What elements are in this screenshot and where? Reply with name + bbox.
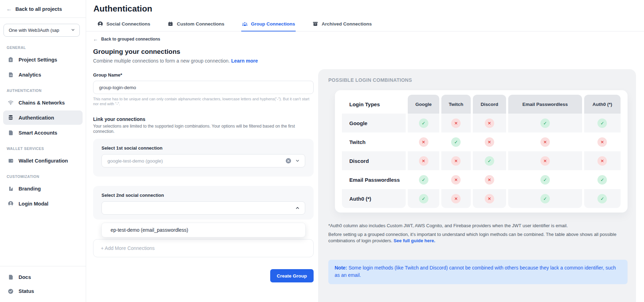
sidebar-item-login-modal[interactable]: Login Modal <box>3 196 83 211</box>
row-label: Email Passwordless <box>342 170 406 189</box>
check-icon: ✓ <box>597 118 607 128</box>
custom-badge-icon <box>168 21 174 27</box>
select-first-connection[interactable]: google-test-demo (google) <box>102 154 305 167</box>
link-connections-description: Your selections are limited to the suppo… <box>93 124 314 134</box>
combination-cell: ✓ <box>408 189 439 208</box>
combination-cell: ✕ <box>473 170 506 189</box>
back-to-projects-link[interactable]: ← Back to all projects <box>0 0 86 17</box>
combination-cell: ✓ <box>508 189 582 208</box>
combination-cell: ✕ <box>441 170 470 189</box>
chevron-down-icon <box>71 28 75 33</box>
combination-cell: ✕ <box>408 151 439 170</box>
clipboard-icon <box>7 56 14 63</box>
tab-custom-connections[interactable]: Custom Connections <box>167 19 225 31</box>
sidebar-item-label: Authentication <box>19 115 54 121</box>
sidebar: ← Back to all projects One with Web3Auth… <box>0 0 86 302</box>
cross-icon: ✕ <box>597 137 607 147</box>
full-guide-link[interactable]: See full guide here. <box>393 238 435 243</box>
select-first-value: google-test-demo (google) <box>107 158 285 164</box>
note-label: Note: <box>335 265 347 271</box>
column-header: Google <box>408 95 439 114</box>
sidebar-nav: GENERAL Project Settings Analytics AUTHE… <box>0 39 86 211</box>
combination-cell: ✕ <box>441 151 470 170</box>
clear-selection-icon[interactable] <box>285 158 292 164</box>
column-header: Login Types <box>342 95 406 114</box>
combination-cell: ✓ <box>441 132 470 151</box>
combination-cell: ✕ <box>473 114 506 132</box>
form-subtitle: Combine multiple connections to form a n… <box>93 58 314 64</box>
sidebar-item-authentication[interactable]: Authentication <box>3 110 83 125</box>
tab-label: Archived Connections <box>322 21 372 27</box>
dropdown-option[interactable]: ep-test-demo (email_passwordless) <box>102 223 305 237</box>
column-header: Auth0 (*) <box>584 95 621 114</box>
sidebar-item-smart-accounts[interactable]: Smart Accounts <box>3 125 83 140</box>
combination-cell: ✓ <box>584 170 621 189</box>
tab-archived-connections[interactable]: Archived Connections <box>312 19 372 31</box>
check-icon: ✓ <box>540 194 550 203</box>
section-label-customization: CUSTOMIZATION <box>3 168 83 181</box>
combination-cell: ✕ <box>473 189 506 208</box>
sidebar-item-label: Smart Accounts <box>19 130 57 136</box>
auth0-footnote: *Auth0 column also includes Custom JWT, … <box>328 223 628 228</box>
tab-label: Custom Connections <box>177 21 224 27</box>
note-text: Some login methods (like Twitch and Disc… <box>335 265 616 278</box>
form-title: Grouping your connections <box>93 48 314 56</box>
sidebar-footer-divider <box>0 266 86 266</box>
sidebar-item-analytics[interactable]: Analytics <box>3 67 83 82</box>
chevron-down-icon[interactable] <box>295 158 300 163</box>
sidebar-item-label: Wallet Configuration <box>19 158 68 164</box>
select-second-connection[interactable] <box>102 201 305 215</box>
row-label: Google <box>342 114 406 132</box>
table-header-row: Login Types Google Twitch Discord Email … <box>342 95 621 114</box>
section-label-wallet-services: WALLET SERVICES <box>3 141 83 153</box>
combination-cell: ✓ <box>508 170 582 189</box>
sidebar-item-label: Status <box>19 288 34 294</box>
combination-cell: ✕ <box>473 132 506 151</box>
learn-more-link[interactable]: Learn more <box>231 58 258 64</box>
combination-cell: ✕ <box>441 189 470 208</box>
combination-cell: ✕ <box>508 151 582 170</box>
tab-social-connections[interactable]: Social Connections <box>97 19 151 31</box>
chevron-up-icon[interactable] <box>295 206 300 210</box>
form-subtitle-text: Combine multiple connections to form a n… <box>93 58 230 64</box>
group-name-label: Group Name* <box>93 72 314 78</box>
main-area: Authentication Social Connections Custom… <box>86 0 644 302</box>
sidebar-item-project-settings[interactable]: Project Settings <box>3 52 83 67</box>
note-box: Note: Some login methods (like Twitch an… <box>328 260 628 284</box>
sidebar-item-wallet-configuration[interactable]: Wallet Configuration <box>3 153 83 168</box>
combination-cell: ✕ <box>408 132 439 151</box>
check-icon: ✓ <box>485 156 494 166</box>
tab-group-connections[interactable]: Group Connections <box>241 19 296 31</box>
cross-icon: ✕ <box>451 118 461 128</box>
cross-icon: ✕ <box>485 137 494 147</box>
combinations-table: Login Types Google Twitch Discord Email … <box>340 95 623 208</box>
auth-stack-icon <box>7 114 14 121</box>
sidebar-divider <box>0 17 86 18</box>
check-icon: ✓ <box>597 175 607 185</box>
project-selector[interactable]: One with Web3Auth (sap <box>4 24 80 37</box>
row-label: Twitch <box>342 132 406 151</box>
tab-label: Group Connections <box>251 21 295 27</box>
group-people-icon <box>242 21 248 27</box>
combinations-table-card: Login Types Google Twitch Discord Email … <box>335 90 628 213</box>
section-label-authentication: AUTHENTICATION <box>3 82 83 95</box>
sidebar-item-chains-networks[interactable]: Chains & Networks <box>3 95 83 110</box>
sidebar-item-branding[interactable]: Branding <box>3 181 83 196</box>
tab-label: Social Connections <box>106 21 150 27</box>
group-name-input[interactable] <box>93 81 314 94</box>
sidebar-footer: Docs Status <box>0 266 86 302</box>
back-to-grouped-connections-link[interactable]: ← Back to grouped connections <box>93 36 314 42</box>
docs-icon <box>7 274 14 281</box>
sidebar-item-docs[interactable]: Docs <box>3 271 83 284</box>
combination-cell: ✓ <box>584 114 621 132</box>
guide-footnote-text: Before setting up a grouped connection, … <box>328 232 616 243</box>
cross-icon: ✕ <box>451 156 461 166</box>
create-group-button[interactable]: Create Group <box>270 269 314 282</box>
sidebar-item-label: Docs <box>19 274 31 280</box>
cross-icon: ✕ <box>597 156 607 166</box>
add-more-connections-button[interactable]: + Add More Connections <box>93 239 314 257</box>
cross-icon: ✕ <box>540 156 550 166</box>
back-arrow-icon: ← <box>6 6 12 12</box>
sidebar-item-status[interactable]: Status <box>3 285 83 298</box>
analytics-icon <box>7 71 14 78</box>
